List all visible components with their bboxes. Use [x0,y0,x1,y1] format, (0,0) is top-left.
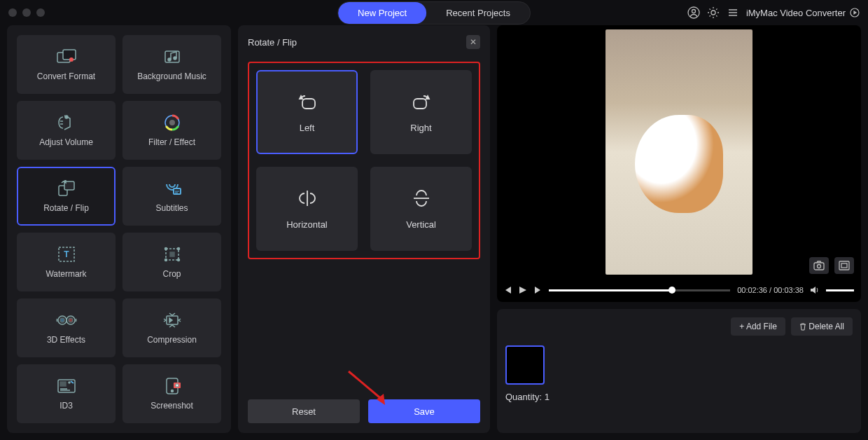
svg-rect-46 [841,263,847,268]
tool-sidebar: Convert FormatBackground MusicAdjust Vol… [7,25,231,433]
convert-icon [56,48,77,66]
svg-rect-5 [63,50,76,60]
volume-icon[interactable] [811,286,819,294]
tool-label: Background Music [137,71,206,81]
video-preview: 00:02:36 / 00:03:38 [497,25,861,302]
svg-point-27 [60,318,64,322]
next-button[interactable] [533,287,542,294]
svg-point-34 [171,390,173,392]
minimize-window[interactable] [22,8,31,17]
tool-compression[interactable]: Compression [122,298,221,357]
add-file-button[interactable]: + Add File [731,317,785,336]
tool-rotate-flip[interactable]: Rotate / Flip [17,167,115,226]
rotate-option-left[interactable]: Left [256,70,358,154]
id3-icon [56,377,77,395]
svg-point-12 [169,120,175,125]
quantity-label: Quantity: 1 [505,392,853,402]
svg-line-41 [349,371,384,401]
tool-id3[interactable]: ID3 [17,364,115,423]
rotate-option-label: Left [300,123,315,133]
seek-bar[interactable] [549,289,730,291]
reset-button[interactable]: Reset [248,399,360,423]
svg-text:T: T [64,249,69,259]
close-panel-button[interactable]: ✕ [466,35,480,49]
tool-label: 3D Effects [47,335,85,345]
menu-icon[interactable] [727,6,739,19]
file-panel: + Add File Delete All Quantity: 1 [497,309,861,433]
video-viewport[interactable] [497,25,861,278]
tool-convert-format[interactable]: Convert Format [17,35,115,94]
svg-rect-45 [839,261,849,270]
volume-slider[interactable] [826,289,854,291]
delete-all-button[interactable]: Delete All [791,317,853,336]
account-icon[interactable] [687,6,700,19]
tool-label: Subtitles [155,203,188,213]
svg-point-21 [177,248,179,250]
tool-label: Watermark [46,269,86,279]
svg-rect-39 [414,99,426,109]
subtitles-icon [162,179,183,198]
svg-rect-24 [170,252,174,256]
rotate-option-vertical[interactable]: Vertical [370,167,472,251]
rotate-vertical-icon [410,188,433,208]
file-thumbnail[interactable] [505,345,545,385]
tool-background-music[interactable]: Background Music [122,35,221,94]
tool-label: Crop [162,269,181,279]
tab-new-project[interactable]: New Project [338,2,426,24]
tool-adjust-volume[interactable]: Adjust Volume [17,101,115,160]
rotate-option-label: Right [410,123,431,133]
volume-icon [56,114,77,132]
rotate-right-icon [410,92,433,111]
compress-icon [162,311,183,329]
tool-3d-effects[interactable]: 3D Effects [17,298,115,357]
close-window[interactable] [8,8,17,17]
3d-icon [56,311,77,329]
tab-recent-projects[interactable]: Recent Projects [426,2,530,24]
titlebar: New Project Recent Projects iMyMac Video… [0,0,868,25]
settings-icon[interactable] [707,6,720,19]
rotate-option-horizontal[interactable]: Horizontal [256,167,358,251]
prev-button[interactable] [504,287,512,294]
rotate-left-icon [295,92,319,111]
maximize-window[interactable] [36,8,45,17]
tool-screenshot[interactable]: Screenshot [122,364,221,423]
rotate-option-right[interactable]: Right [370,70,472,154]
watermark-icon: T [56,245,77,263]
tool-filter-effect[interactable]: Filter / Effect [122,101,221,160]
svg-point-20 [164,248,167,250]
rotate-option-label: Horizontal [286,219,328,230]
svg-point-28 [69,318,73,322]
play-button[interactable] [519,287,526,294]
tool-crop[interactable]: Crop [122,233,221,291]
tool-label: Rotate / Flip [43,203,89,213]
tool-watermark[interactable]: TWatermark [17,233,115,291]
svg-point-1 [692,10,695,13]
crop-icon [162,245,183,263]
svg-point-2 [711,11,715,15]
svg-rect-43 [814,263,824,270]
svg-point-10 [65,116,68,118]
rotate-options-highlight: LeftRightHorizontalVertical [248,62,480,259]
save-button[interactable]: Save [368,399,480,423]
fullscreen-button[interactable] [834,257,854,274]
project-tabs: New Project Recent Projects [337,1,531,25]
svg-rect-31 [60,382,66,386]
svg-point-36 [176,384,178,387]
rotate-icon [56,179,77,198]
svg-rect-37 [302,99,315,109]
time-display: 00:02:36 / 00:03:38 [737,286,804,294]
svg-point-32 [69,382,70,383]
screenshot-icon [162,377,183,395]
tool-label: Screenshot [150,401,193,411]
svg-point-23 [177,259,179,261]
svg-point-44 [818,265,821,268]
panel-title: Rotate / Flip [248,37,297,48]
music-icon [162,48,183,66]
tool-label: Convert Format [37,71,95,81]
rotate-horizontal-icon [295,188,319,208]
snapshot-button[interactable] [809,257,829,274]
filter-icon [162,114,183,132]
tool-subtitles[interactable]: Subtitles [122,167,221,226]
window-controls [8,8,45,17]
tool-label: ID3 [59,401,73,411]
